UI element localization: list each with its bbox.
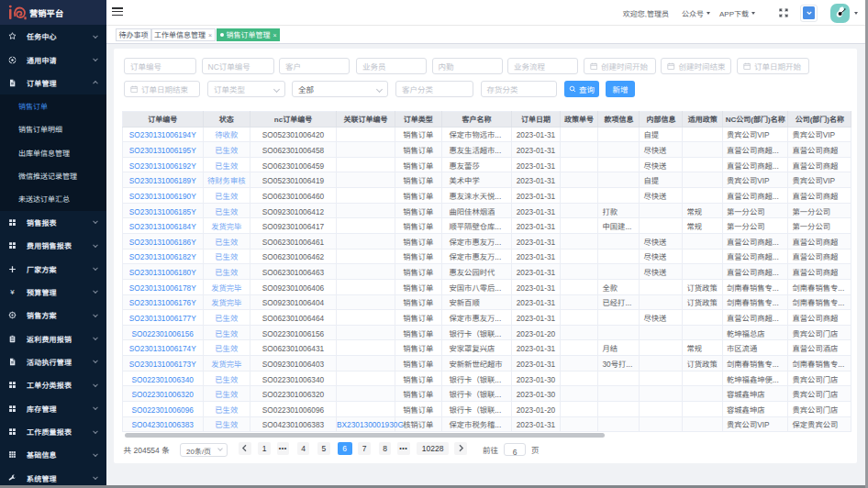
svg-text:¥: ¥ <box>10 288 15 296</box>
